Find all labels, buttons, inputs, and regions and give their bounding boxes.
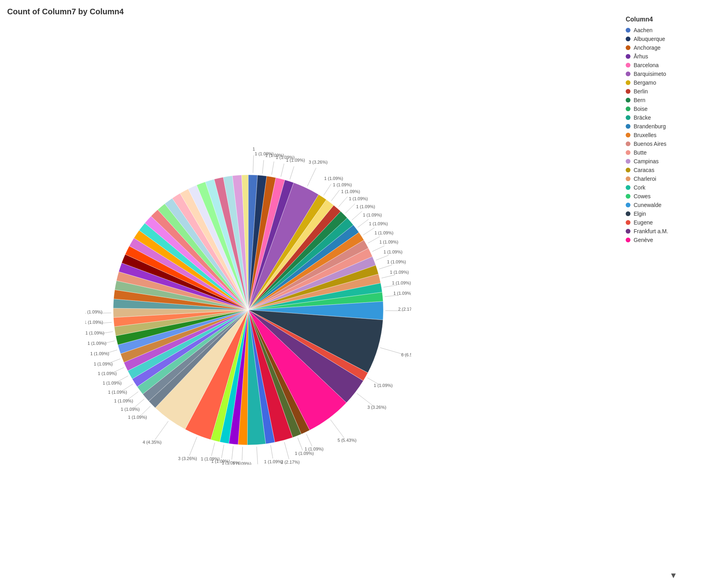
- legend-item: Århus: [626, 53, 721, 60]
- legend-item-label: Elgin: [634, 211, 646, 217]
- legend-item-label: Frankfurt a.M.: [634, 228, 668, 234]
- pie-label: 1 (1.09%): [324, 176, 343, 181]
- legend-color-dot: [626, 150, 630, 155]
- legend-title: Column4: [626, 16, 721, 23]
- legend-item-label: Cork: [634, 184, 646, 191]
- chart-title: Count of Column7 by Column4: [7, 7, 124, 16]
- pie-label: 3 (3.26%): [178, 456, 197, 461]
- pie-label: 1 (1.09%): [201, 456, 220, 461]
- legend-item: Frankfurt a.M.: [626, 228, 721, 234]
- legend-item-label: Bräcke: [634, 114, 651, 121]
- pie-label-line: [367, 378, 379, 385]
- pie-chart: 11 (1.09%)1 (1.09%)1 (1.09%)1 (1.09%)3 (…: [85, 139, 411, 465]
- pie-label: 4 (4.35%): [143, 440, 162, 445]
- pie-label-line: [116, 376, 128, 382]
- pie-label: 1 (1.09%): [128, 415, 147, 420]
- legend-item: Cork: [626, 184, 721, 191]
- pie-label-line: [306, 434, 312, 446]
- pie-label-line: [358, 219, 369, 227]
- pie-label: 1 (1.09%): [356, 204, 375, 209]
- legend-item: Elgin: [626, 211, 721, 217]
- legend-item: Caracas: [626, 167, 721, 173]
- pie-label-line: [211, 443, 215, 456]
- pie-label-line: [122, 384, 133, 391]
- pie-label: 1 (1.09%): [85, 309, 102, 314]
- pie-label: 1 (1.09%): [121, 407, 140, 412]
- legend-item-label: Bern: [634, 97, 646, 103]
- pie-label-line: [189, 437, 197, 456]
- legend-color-dot: [626, 211, 630, 216]
- pie-label-line: [331, 420, 344, 438]
- legend-color-dot: [626, 229, 630, 234]
- legend-item: Charleroi: [626, 176, 721, 182]
- legend-item: Brandenburg: [626, 123, 721, 130]
- legend-color-dot: [626, 124, 630, 129]
- pie-label: 1 (1.09%): [392, 280, 411, 285]
- pie-label: 1 (1.09%): [98, 371, 117, 376]
- legend-item-label: Charleroi: [634, 176, 656, 182]
- legend-item: Butte: [626, 149, 721, 156]
- legend-item-label: Cunewalde: [634, 202, 661, 208]
- legend-color-dot: [626, 72, 630, 76]
- legend-color-dot: [626, 28, 630, 33]
- legend-color-dot: [626, 45, 630, 50]
- legend-item: Barcelona: [626, 62, 721, 68]
- chart-area: 11 (1.09%)1 (1.09%)1 (1.09%)1 (1.09%)3 (…: [0, 24, 497, 580]
- legend-item: Cunewalde: [626, 202, 721, 208]
- pie-label: 1: [253, 147, 255, 151]
- legend-item: Buenos Aires: [626, 141, 721, 147]
- pie-label-line: [331, 190, 340, 201]
- pie-label: 1 (1.09%): [363, 213, 382, 217]
- legend-item-label: Campinas: [634, 158, 659, 164]
- pie-label: 1 (1.09%): [108, 390, 127, 395]
- legend-item-label: Butte: [634, 149, 647, 156]
- pie-label-line: [112, 368, 124, 373]
- legend-color-dot: [626, 159, 630, 164]
- legend-item-label: Anchorage: [634, 44, 661, 51]
- legend-item-label: Berlin: [634, 88, 648, 95]
- pie-label-line: [141, 406, 151, 416]
- legend-item-label: Eugene: [634, 219, 653, 226]
- legend-color-dot: [626, 54, 630, 59]
- legend-item-label: Bergamo: [634, 79, 656, 86]
- pie-label-line: [346, 204, 355, 213]
- pie-label-line: [134, 399, 144, 408]
- legend-item: Eugene: [626, 219, 721, 226]
- pie-label-line: [372, 246, 385, 251]
- pie-label: 6 (6.52%): [401, 352, 411, 357]
- pie-label-line: [324, 184, 331, 195]
- pie-label: 1 (1.09%): [393, 291, 411, 296]
- legend-color-dot: [626, 141, 630, 146]
- legend-item-label: Cowes: [634, 193, 651, 199]
- legend-item: Barquisimeto: [626, 71, 721, 77]
- legend-item-label: Aachen: [634, 27, 652, 33]
- legend-item-label: Caracas: [634, 167, 654, 173]
- pie-label-line: [253, 155, 254, 173]
- legend-color-dot: [626, 194, 630, 199]
- pie-label-line: [368, 236, 380, 243]
- legend-item-label: Barquisimeto: [634, 71, 666, 77]
- pie-label-line: [262, 160, 263, 174]
- pie-label-line: [380, 348, 406, 355]
- legend-item-label: Bruxelles: [634, 132, 657, 138]
- legend-item-label: Buenos Aires: [634, 141, 667, 147]
- pie-label-line: [352, 211, 362, 220]
- pie-label-line: [379, 265, 392, 269]
- pie-label: 1 (1.09%): [286, 158, 305, 162]
- legend-color-dot: [626, 168, 630, 172]
- legend-item-label: Boise: [634, 106, 648, 112]
- pie-label-line: [257, 447, 258, 464]
- legend-color-dot: [626, 115, 630, 120]
- pie-label: 1 (1.09%): [85, 320, 103, 325]
- pie-label-line: [290, 166, 294, 179]
- legend-item-label: Barcelona: [634, 62, 659, 68]
- scroll-down-icon[interactable]: ▼: [669, 571, 677, 580]
- pie-label: 1 (1.09%): [114, 398, 133, 403]
- pie-label: 1 (1.09%): [390, 270, 409, 275]
- legend-item: Cowes: [626, 193, 721, 199]
- pie-label-line: [382, 275, 395, 278]
- pie-label-line: [357, 393, 373, 406]
- pie-label-line: [222, 445, 224, 458]
- pie-label: 1 (1.09%): [369, 221, 388, 226]
- pie-label-line: [284, 442, 289, 459]
